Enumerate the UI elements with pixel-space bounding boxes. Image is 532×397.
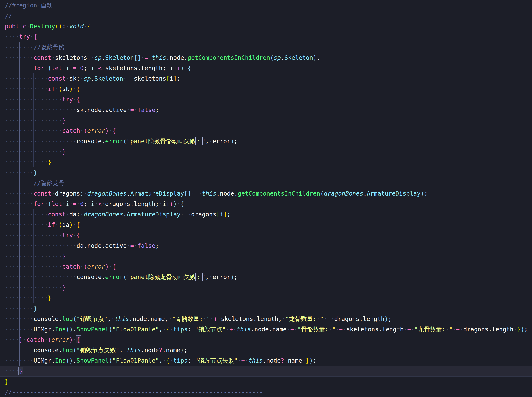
whitespace-dot: ·: [12, 242, 16, 249]
code-line[interactable]: public·Destroy():·void·{: [0, 21, 532, 31]
code-line[interactable]: ····················console.error("panel…: [0, 272, 532, 282]
code-line[interactable]: ····················console.error("panel…: [0, 136, 532, 146]
whitespace-dot: ·: [23, 294, 26, 301]
code-token: if: [48, 221, 55, 228]
whitespace-dot: ·: [513, 326, 517, 333]
whitespace-dot: ·: [8, 127, 12, 134]
code-line[interactable]: ················try·{: [0, 230, 532, 240]
whitespace-dot: ·: [44, 200, 48, 207]
code-line[interactable]: ················}: [0, 146, 532, 157]
code-line[interactable]: ········UIMgr.Ins().ShowPanel("Flow01Pan…: [0, 324, 532, 335]
code-token: .: [102, 242, 105, 249]
whitespace-dot: ·: [16, 284, 19, 291]
code-token: console: [76, 273, 102, 280]
whitespace-dot: ·: [5, 54, 8, 61]
code-line[interactable]: //#region·自动: [0, 0, 532, 11]
code-token: (: [48, 65, 51, 72]
whitespace-dot: ·: [5, 347, 8, 354]
whitespace-dot: ·: [163, 357, 166, 364]
code-line[interactable]: ········const·skeletons:·sp.Skeleton[]·=…: [0, 52, 532, 63]
code-token: getComponentsInChildren: [188, 54, 270, 61]
code-token: dragonBones: [84, 211, 123, 218]
code-token: "销毁节点失败": [195, 357, 238, 364]
whitespace-dot: ·: [19, 180, 23, 186]
code-token: .: [263, 357, 266, 364]
whitespace-dot: ·: [87, 65, 91, 72]
code-token: node: [170, 54, 184, 61]
code-token: .: [216, 190, 220, 197]
code-token: .: [73, 357, 76, 364]
whitespace-dot: ·: [203, 315, 206, 323]
whitespace-dot: ·: [23, 315, 26, 323]
code-line[interactable]: ····}·catch·(error)·{: [0, 335, 532, 345]
code-line[interactable]: ········for·(let·i·=·0;·i·<·dragons.leng…: [0, 199, 532, 209]
code-token: =: [130, 106, 134, 113]
code-line[interactable]: ····}: [0, 366, 532, 376]
code-line[interactable]: ········}: [0, 303, 532, 314]
code-line[interactable]: }: [0, 376, 532, 387]
code-token: ++: [166, 200, 173, 207]
code-line[interactable]: ············const·sk:·sp.Skeleton·=·skel…: [0, 73, 532, 84]
whitespace-dot: ·: [127, 242, 130, 249]
whitespace-dot: ·: [37, 75, 41, 82]
whitespace-dot: ·: [37, 253, 41, 260]
code-line[interactable]: ········console.log("销毁节点",·this.node.na…: [0, 314, 532, 324]
whitespace-dot: ·: [55, 263, 59, 270]
code-line[interactable]: //--------------------------------------…: [0, 387, 532, 397]
whitespace-dot: ·: [16, 253, 19, 260]
whitespace-dot: ·: [87, 200, 91, 207]
code-token: (): [55, 23, 62, 30]
code-token: "销毁节点失败": [76, 347, 119, 354]
code-line[interactable]: ················}: [0, 251, 532, 261]
whitespace-dot: ·: [37, 106, 41, 113]
whitespace-dot: ·: [19, 315, 23, 323]
code-line[interactable]: ····················sk.node.active·=·fal…: [0, 105, 532, 115]
whitespace-dot: ·: [30, 65, 33, 72]
whitespace-dot: ·: [30, 315, 33, 323]
code-token: :: [87, 54, 91, 61]
whitespace-dot: ·: [41, 284, 44, 291]
code-line[interactable]: ········//隐藏龙骨: [0, 178, 532, 188]
code-line[interactable]: ················try·{: [0, 94, 532, 105]
whitespace-dot: ·: [16, 336, 19, 343]
code-token: skeletons: [346, 326, 378, 333]
code-line[interactable]: //--------------------------------------…: [0, 11, 532, 21]
code-line[interactable]: ········const·dragons:·dragonBones.Armat…: [0, 188, 532, 199]
code-line[interactable]: ············if·(da)·{: [0, 219, 532, 230]
whitespace-dot: ·: [16, 44, 19, 51]
whitespace-dot: ·: [37, 221, 41, 228]
code-token: .: [281, 54, 284, 61]
whitespace-dot: ·: [8, 326, 12, 333]
code-line[interactable]: ····················da.node.active·=·fal…: [0, 241, 532, 251]
code-line[interactable]: ····try·{: [0, 31, 532, 42]
code-line[interactable]: ········for·(let·i·=·0;·i·<·skeletons.le…: [0, 63, 532, 73]
code-line[interactable]: ············const·da:·dragonBones.Armatu…: [0, 209, 532, 219]
code-line[interactable]: ················}: [0, 282, 532, 293]
whitespace-dot: ·: [41, 221, 44, 228]
whitespace-dot: ·: [37, 85, 41, 93]
whitespace-dot: ·: [41, 75, 44, 82]
code-line[interactable]: ········console.log("销毁节点失败",·this.node?…: [0, 345, 532, 355]
code-line[interactable]: ········//隐藏骨骼: [0, 42, 532, 52]
code-line[interactable]: ············}: [0, 293, 532, 303]
whitespace-dot: ·: [16, 148, 19, 155]
whitespace-dot: ·: [8, 367, 12, 374]
whitespace-dot: ·: [411, 326, 414, 333]
code-line[interactable]: ············}: [0, 157, 532, 167]
code-line[interactable]: ················}: [0, 115, 532, 126]
code-line[interactable]: ················catch·(error)·{: [0, 261, 532, 272]
whitespace-dot: ·: [26, 347, 30, 354]
whitespace-dot: ·: [23, 127, 26, 134]
code-token: sk: [62, 85, 69, 93]
code-line[interactable]: ············if·(sk)·{: [0, 84, 532, 94]
whitespace-dot: ·: [282, 315, 285, 323]
code-token: "Flow01Panle": [112, 357, 159, 364]
whitespace-dot: ·: [5, 85, 8, 93]
whitespace-dot: ·: [8, 180, 12, 186]
code-token: +: [241, 357, 245, 364]
code-line[interactable]: ········}: [0, 167, 532, 178]
whitespace-dot: ·: [12, 85, 16, 93]
code-line[interactable]: ················catch·(error)·{: [0, 126, 532, 136]
code-line[interactable]: ········UIMgr.Ins().ShowPanel("Flow01Pan…: [0, 355, 532, 366]
code-editor[interactable]: //#region·自动//--------------------------…: [0, 0, 532, 397]
